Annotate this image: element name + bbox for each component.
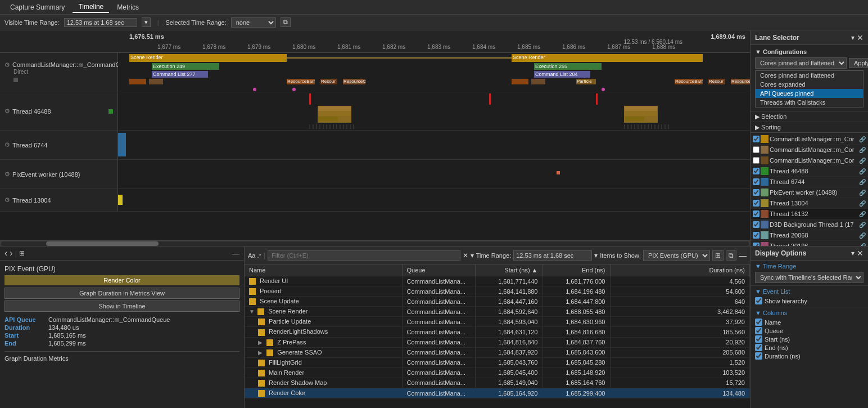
gear-icon-pix[interactable]: ⚙ [4, 171, 10, 178]
lane-pin-2[interactable]: 🔗 [859, 158, 866, 164]
config-item-0[interactable]: Cores pinned and flattened [756, 71, 863, 80]
copy-table-btn[interactable]: ⧉ [726, 250, 736, 261]
track-viz-cmd[interactable]: Scene Render Execution 249 Command List … [118, 53, 750, 92]
lane-checkbox-8[interactable] [753, 221, 760, 228]
config-item-2[interactable]: API Queues pinned [756, 89, 863, 98]
lane-pin-7[interactable]: 🔗 [859, 211, 866, 217]
time-range-option-select[interactable]: Sync with Timeline's Selected Range [755, 272, 864, 283]
columns-section-label[interactable]: ▼ Columns [755, 310, 864, 316]
lane-pin-4[interactable]: 🔗 [859, 179, 866, 185]
lane-checkbox-0[interactable] [753, 136, 760, 142]
sorting-label[interactable]: ▶ Sorting [755, 124, 781, 131]
nav-tab-metrics[interactable]: Metrics [111, 2, 144, 12]
display-options-filter-btn[interactable]: ▾ [851, 249, 855, 257]
col-name-checkbox[interactable] [755, 319, 762, 326]
expand-ssao[interactable]: ▶ [258, 349, 264, 355]
copy-btn[interactable]: ⧉ [281, 17, 291, 27]
lane-selector-filter-btn[interactable]: ▾ [851, 34, 855, 42]
th-end[interactable]: End (ns) [542, 264, 610, 276]
nav-prev-btn[interactable]: ‹ [4, 249, 7, 258]
viz-particle-render: Particle Render [576, 79, 596, 84]
events-panel-minimize-btn[interactable]: — [739, 251, 747, 260]
filter-dropdown-btn[interactable]: ▾ [471, 252, 474, 259]
lane-checkbox-2[interactable] [753, 157, 760, 164]
config-item-3[interactable]: Threads with Callstacks [756, 98, 863, 107]
visible-range-input[interactable] [64, 18, 137, 27]
filter-input[interactable] [268, 250, 460, 261]
lane-checkbox-5[interactable] [753, 189, 760, 196]
t46488-mark-1 [309, 93, 311, 105]
table-row-selected[interactable]: Render Color CommandListMana... 1,685,16… [245, 388, 750, 398]
lane-pin-9[interactable]: 🔗 [859, 232, 866, 239]
lane-pin-8[interactable]: 🔗 [859, 222, 866, 228]
lane-checkbox-7[interactable] [753, 210, 760, 217]
track-viz-46488[interactable] [118, 92, 750, 130]
nav-tab-timeline[interactable]: Timeline [73, 2, 109, 13]
track-viz-6744[interactable] [118, 131, 750, 159]
th-queue[interactable]: Queue [402, 264, 475, 276]
th-duration[interactable]: Duration (ns) [610, 264, 750, 276]
config-item-1[interactable]: Cores expanded [756, 80, 863, 89]
event-list-section-label[interactable]: ▼ Event List [755, 288, 864, 295]
gear-icon-cmd[interactable]: ⚙ [4, 61, 10, 69]
table-row[interactable]: Scene Update CommandListMana... 1,684,44… [245, 297, 750, 307]
col-start-checkbox[interactable] [755, 335, 762, 343]
gear-icon-46488[interactable]: ⚙ [4, 107, 10, 115]
panel-grid-btn[interactable]: ⊞ [19, 249, 25, 257]
expand-scene-render[interactable]: ▼ [249, 308, 255, 314]
timeline-scrollbar[interactable] [0, 240, 750, 246]
selected-range-dropdown[interactable]: none [231, 17, 276, 28]
table-row[interactable]: ▼ Scene Render CommandListMana... 1,684,… [245, 307, 750, 317]
info-panel-minimize-btn[interactable]: — [232, 249, 239, 258]
track-viz-13004[interactable] [118, 189, 750, 211]
lane-pin-1[interactable]: 🔗 [859, 147, 866, 153]
lane-selector-close-btn[interactable]: ✕ [857, 33, 864, 42]
table-row[interactable]: Present CommandListMana... 1,684,141,880… [245, 286, 750, 297]
table-row[interactable]: Render UI CommandListMana... 1,681,771,4… [245, 276, 750, 286]
lane-pin-0[interactable]: 🔗 [859, 136, 866, 142]
table-row[interactable]: ▶ Generate SSAO CommandListMana... 1,684… [245, 347, 750, 357]
nav-next-btn[interactable]: › [10, 249, 12, 258]
display-options-close-btn[interactable]: ✕ [857, 249, 864, 258]
dropdown-btn[interactable]: ▾ [142, 17, 151, 27]
selection-label[interactable]: ▶ Selection [755, 113, 786, 120]
graph-duration-btn[interactable]: Graph Duration in Metrics View [4, 288, 239, 299]
nav-tab-capture[interactable]: Capture Summary [4, 2, 70, 12]
config-select[interactable]: Cores pinned and flattened [755, 57, 847, 69]
lane-checkbox-9[interactable] [753, 232, 760, 239]
track-viz-pix[interactable] [118, 160, 750, 189]
col-queue-checkbox[interactable] [755, 327, 762, 334]
table-row[interactable]: Render Shadow Map CommandListMana... 1,6… [245, 378, 750, 388]
scrollbar-thumb[interactable] [46, 241, 159, 246]
apply-btn[interactable]: Apply [849, 58, 868, 68]
configs-label[interactable]: ▼ Configurations [755, 48, 864, 55]
th-name[interactable]: Name [245, 264, 402, 276]
time-range-dropdown-btn[interactable]: ▾ [594, 252, 598, 259]
event-start-0: 1,681,771,440 [475, 276, 542, 286]
lane-pin-3[interactable]: 🔗 [859, 168, 866, 174]
lane-checkbox-6[interactable] [753, 200, 760, 207]
expand-zprepass[interactable]: ▶ [258, 339, 264, 345]
th-start[interactable]: Start (ns) ▲ [475, 264, 542, 276]
table-row[interactable]: Particle Update CommandListMana... 1,684… [245, 317, 750, 327]
time-range-section-label[interactable]: ▼ Time Range [755, 263, 864, 270]
lane-pin-6[interactable]: 🔗 [859, 200, 866, 207]
lane-pin-5[interactable]: 🔗 [859, 190, 866, 196]
col-end-checkbox[interactable] [755, 344, 762, 351]
lane-checkbox-4[interactable] [753, 178, 760, 185]
table-row[interactable]: FillLightGrid CommandListMana... 1,685,0… [245, 357, 750, 367]
table-row[interactable]: ▶ Z PrePass CommandListMana... 1,684,816… [245, 337, 750, 347]
table-view-btn[interactable]: ⊞ [712, 250, 724, 261]
items-dropdown[interactable]: PIX Events (GPU) [643, 250, 710, 261]
lane-checkbox-3[interactable] [753, 168, 760, 174]
show-hierarchy-checkbox[interactable] [755, 297, 762, 304]
gear-icon-13004[interactable]: ⚙ [4, 196, 10, 204]
lane-checkbox-1[interactable] [753, 146, 760, 153]
table-row[interactable]: RenderLightShadows CommandListMana... 1,… [245, 327, 750, 337]
show-timeline-btn[interactable]: Show in Timeline [4, 301, 239, 312]
gear-icon-6744[interactable]: ⚙ [4, 141, 10, 149]
time-range-value[interactable] [513, 250, 592, 261]
col-duration-checkbox[interactable] [755, 352, 762, 360]
table-row[interactable]: Main Render CommandListMana... 1,685,045… [245, 367, 750, 378]
filter-clear-btn[interactable]: ✕ [463, 252, 468, 259]
